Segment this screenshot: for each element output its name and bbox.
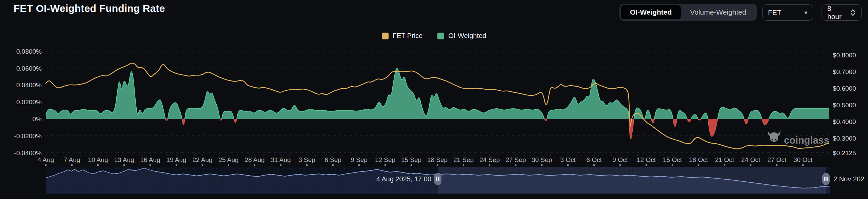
- x-tick-dot: [150, 164, 151, 166]
- x-tick-dot: [71, 164, 73, 166]
- x-tick-dot: [384, 164, 386, 166]
- y-right-tick-label: $0.3000: [833, 135, 856, 142]
- x-tick-label: 6 Oct: [586, 156, 602, 163]
- y-left-tick-label: 0%: [33, 115, 42, 123]
- y-right-tick-label: $0.6000: [833, 85, 856, 92]
- x-tick-dot: [489, 164, 491, 166]
- navigator-selected-range[interactable]: [438, 167, 826, 194]
- navigator-right-handle[interactable]: [822, 173, 830, 185]
- x-tick-label: 18 Oct: [689, 156, 708, 163]
- x-tick-label: 9 Oct: [612, 156, 628, 163]
- x-tick-dot: [254, 164, 256, 166]
- x-tick-label: 30 Oct: [793, 156, 813, 163]
- x-tick-dot: [750, 164, 752, 166]
- x-tick-dot: [463, 164, 465, 166]
- x-tick-label: 28 Aug: [244, 156, 264, 163]
- x-tick-label: 27 Sep: [506, 156, 526, 163]
- x-tick-label: 10 Aug: [88, 156, 108, 163]
- x-tick-label: 27 Oct: [767, 156, 787, 163]
- x-tick-label: 19 Aug: [166, 156, 186, 163]
- x-tick-dot: [698, 164, 699, 166]
- y-right-tick-label: $0.8000: [833, 52, 856, 59]
- y-right-tick-label: $0.5000: [833, 102, 856, 109]
- x-tick-label: 31 Aug: [271, 156, 291, 163]
- x-tick-label: 12 Sep: [375, 156, 395, 163]
- x-tick-label: 21 Sep: [453, 156, 474, 163]
- x-tick-label: 25 Aug: [218, 156, 238, 163]
- x-tick-dot: [411, 164, 412, 166]
- x-tick-label: 9 Sep: [351, 156, 368, 163]
- x-tick-dot: [593, 164, 595, 166]
- x-tick-label: 21 Oct: [715, 156, 734, 163]
- x-tick-dot: [776, 164, 778, 166]
- x-tick-dot: [646, 164, 647, 166]
- x-tick-dot: [202, 164, 203, 166]
- y-left-tick-label: 0.0200%: [16, 98, 42, 106]
- x-tick-label: 18 Sep: [427, 156, 448, 163]
- x-tick-label: 16 Aug: [140, 156, 160, 163]
- y-left-tick-label: -0.0400%: [14, 149, 42, 157]
- x-tick-dot: [332, 164, 334, 166]
- navigator-left-handle[interactable]: [434, 173, 441, 185]
- navigator: [46, 167, 830, 194]
- navigator-start-label: 4 Aug 2025, 17:00: [376, 175, 431, 183]
- x-tick-label: 6 Sep: [324, 156, 341, 163]
- x-tick-dot: [97, 164, 99, 166]
- y-right-tick-label: $0.2125: [833, 149, 856, 157]
- navigator-end-label: 2 Nov 202: [833, 175, 864, 183]
- x-tick-label: 3 Sep: [298, 156, 315, 163]
- y-left-tick-label: -0.0200%: [14, 132, 42, 140]
- x-tick-dot: [176, 164, 177, 166]
- x-tick-dot: [228, 164, 230, 166]
- x-tick-dot: [672, 164, 673, 166]
- x-tick-label: 30 Sep: [532, 156, 552, 163]
- y-left-tick-label: 0.0600%: [16, 65, 42, 72]
- x-tick-dot: [123, 164, 125, 166]
- x-tick-label: 24 Sep: [479, 156, 500, 163]
- y-right-tick-label: $0.7000: [833, 68, 856, 75]
- y-left-tick-label: 0.0400%: [16, 82, 42, 89]
- x-tick-dot: [45, 164, 47, 166]
- x-tick-label: 12 Oct: [637, 156, 656, 163]
- x-tick-dot: [619, 164, 621, 166]
- x-tick-dot: [437, 164, 438, 166]
- funding-rate-chart: coinglass 0.0800%0.0600%0.0400%0.0200%0%…: [0, 0, 868, 199]
- plot-area[interactable]: [46, 48, 829, 156]
- funding-rate-page: FET OI-Weighted Funding Rate OI-Weighted…: [0, 0, 868, 199]
- x-tick-dot: [541, 164, 543, 166]
- x-tick-dot: [802, 164, 804, 166]
- x-tick-dot: [724, 164, 726, 166]
- x-tick-label: 22 Aug: [192, 156, 212, 163]
- x-tick-label: 7 Aug: [64, 156, 80, 163]
- x-tick-dot: [280, 164, 282, 166]
- x-tick-label: 3 Oct: [560, 156, 576, 163]
- x-tick-dot: [306, 164, 308, 166]
- x-tick-label: 15 Sep: [401, 156, 421, 163]
- x-tick-label: 4 Aug: [38, 156, 54, 163]
- x-tick-label: 15 Oct: [663, 156, 682, 163]
- x-tick-label: 13 Aug: [114, 156, 134, 163]
- x-tick-dot: [567, 164, 569, 166]
- y-right-tick-label: $0.4000: [833, 118, 856, 125]
- x-tick-dot: [358, 164, 360, 166]
- x-tick-label: 24 Oct: [741, 156, 761, 163]
- y-left-tick-label: 0.0800%: [16, 48, 42, 55]
- x-tick-dot: [515, 164, 517, 166]
